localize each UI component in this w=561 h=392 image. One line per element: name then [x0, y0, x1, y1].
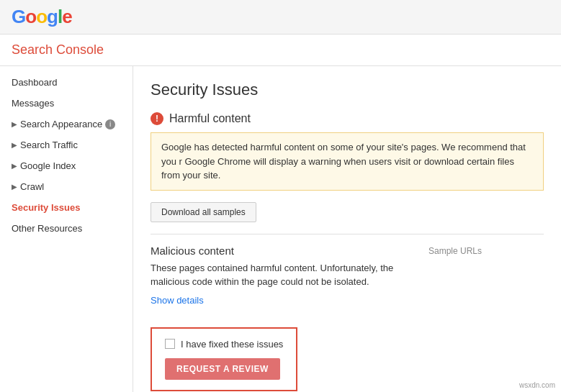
content-left: Malicious content These pages contained … [151, 245, 428, 306]
sidebar-item-messages[interactable]: Messages [0, 93, 133, 114]
sc-header: Search Console [0, 35, 561, 66]
sidebar-item-search-appearance[interactable]: ▶ Search Appearance i [0, 114, 133, 135]
sidebar-item-label: Security Issues [12, 202, 80, 213]
sidebar-item-label: Messages [12, 98, 54, 109]
malicious-content-section: Malicious content These pages contained … [151, 234, 544, 306]
watermark: wsxdn.com [519, 381, 555, 389]
sidebar-item-label: Google Index [20, 160, 76, 171]
content-row: Malicious content These pages contained … [151, 245, 544, 306]
info-icon: i [105, 119, 115, 129]
layout: Dashboard Messages ▶ Search Appearance i… [0, 66, 561, 392]
sidebar-item-google-index[interactable]: ▶ Google Index [0, 155, 133, 176]
sidebar-item-other-resources[interactable]: Other Resources [0, 218, 133, 239]
sample-urls-label: Sample URLs [428, 245, 544, 306]
google-logo: Google [12, 6, 72, 28]
download-all-samples-button[interactable]: Download all samples [151, 202, 256, 222]
fix-section: I have fixed these issues REQUEST A REVI… [151, 327, 297, 391]
sidebar-item-label: Crawl [20, 181, 44, 192]
fix-row: I have fixed these issues [165, 339, 283, 350]
show-details-link[interactable]: Show details [151, 295, 204, 306]
sidebar-item-crawl[interactable]: ▶ Crawl [0, 176, 133, 197]
chevron-right-icon: ▶ [12, 162, 17, 170]
sidebar: Dashboard Messages ▶ Search Appearance i… [0, 66, 133, 392]
warning-section: ! Harmful content Google has detected ha… [151, 112, 544, 191]
sc-header-title: Search Console [12, 42, 104, 58]
sidebar-item-search-traffic[interactable]: ▶ Search Traffic [0, 135, 133, 155]
warning-box: Google has detected harmful content on s… [151, 132, 544, 191]
chevron-right-icon: ▶ [12, 141, 17, 149]
main-content: Security Issues ! Harmful content Google… [133, 66, 561, 392]
warning-description: Google has detected harmful content on s… [161, 142, 526, 181]
sidebar-item-dashboard[interactable]: Dashboard [0, 72, 133, 93]
malicious-content-title: Malicious content [151, 245, 428, 257]
sidebar-item-label: Search Appearance [20, 119, 102, 129]
malicious-content-desc: These pages contained harmful content. U… [151, 261, 428, 289]
google-bar: Google [0, 0, 561, 35]
sidebar-item-security-issues[interactable]: Security Issues [0, 197, 133, 218]
chevron-right-icon: ▶ [12, 183, 17, 191]
sidebar-item-label: Dashboard [12, 77, 58, 88]
page-title: Security Issues [151, 81, 544, 99]
warning-icon: ! [151, 112, 163, 125]
request-review-button[interactable]: REQUEST A REVIEW [165, 358, 280, 380]
chevron-right-icon: ▶ [12, 120, 17, 128]
sidebar-item-label: Other Resources [12, 223, 82, 234]
sidebar-item-label: Search Traffic [20, 140, 78, 150]
fixed-issues-label: I have fixed these issues [181, 339, 283, 350]
warning-header: ! Harmful content [151, 112, 544, 125]
fixed-issues-checkbox[interactable] [165, 339, 175, 349]
warning-title: Harmful content [169, 112, 251, 125]
